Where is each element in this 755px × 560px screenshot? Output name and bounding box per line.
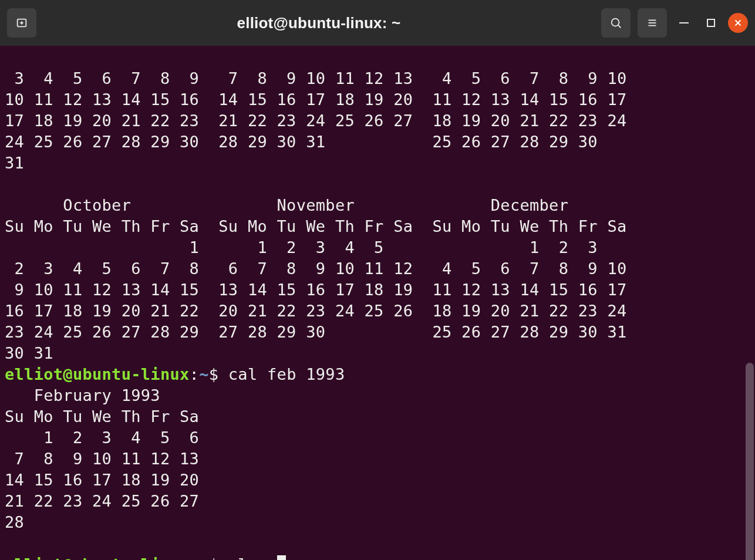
- cal-row: 10 11 12 13 14 15 16 14 15 16 17 18 19 2…: [5, 90, 627, 109]
- cal-day-header: Su Mo Tu We Th Fr Sa Su Mo Tu We Th Fr S…: [5, 217, 627, 235]
- scrollbar-thumb[interactable]: [746, 363, 754, 560]
- new-tab-button[interactable]: [7, 8, 36, 38]
- window-title: elliot@ubuntu-linux: ~: [41, 14, 596, 32]
- prompt-user-host: elliot@ubuntu-linux: [5, 555, 190, 560]
- cal-row: 21 22 23 24 25 26 27: [5, 492, 199, 510]
- title-bar: elliot@ubuntu-linux: ~: [0, 0, 755, 46]
- svg-line-4: [618, 25, 621, 28]
- prompt-colon: :: [190, 365, 200, 383]
- command-text: cal feb 1993: [228, 365, 345, 383]
- cal-row: 23 24 25 26 27 28 29 27 28 29 30 25 26 2…: [5, 323, 627, 341]
- cal-row: 1 2 3 4 5 6: [5, 429, 199, 447]
- cal-row: 28: [5, 513, 24, 531]
- close-icon: [733, 18, 743, 28]
- maximize-icon: [707, 19, 715, 27]
- cal-day-header: Su Mo Tu We Th Fr Sa: [5, 407, 199, 426]
- cal-month-header: October November December: [5, 196, 568, 214]
- maximize-button[interactable]: [701, 13, 721, 33]
- cal-month-title: February 1993: [5, 386, 160, 404]
- minimize-icon: [679, 22, 689, 23]
- prompt-dollar: $: [209, 365, 228, 383]
- cursor: [277, 555, 286, 560]
- cal-row: 7 8 9 10 11 12 13: [5, 450, 199, 468]
- prompt-user-host: elliot@ubuntu-linux: [5, 365, 190, 383]
- cal-row: 30 31: [5, 344, 53, 362]
- svg-point-3: [612, 19, 619, 26]
- search-button[interactable]: [601, 8, 631, 38]
- prompt-path: ~: [199, 555, 209, 560]
- close-button[interactable]: [728, 13, 748, 33]
- cal-row: 24 25 26 27 28 29 30 28 29 30 31 25 26 2…: [5, 133, 598, 151]
- cal-row: 16 17 18 19 20 21 22 20 21 22 23 24 25 2…: [5, 302, 627, 320]
- prompt-colon: :: [190, 555, 200, 560]
- cal-row: 2 3 4 5 6 7 8 6 7 8 9 10 11 12 4 5 6 7 8…: [5, 259, 627, 278]
- cal-row: 17 18 19 20 21 22 23 21 22 23 24 25 26 2…: [5, 112, 627, 130]
- minimize-button[interactable]: [674, 13, 694, 33]
- prompt-path: ~: [199, 365, 209, 383]
- cal-row: 1 1 2 3 4 5 1 2 3: [5, 238, 598, 257]
- cal-row: 31: [5, 154, 24, 172]
- prompt-dollar: $: [209, 555, 228, 560]
- terminal-output[interactable]: 3 4 5 6 7 8 9 7 8 9 10 11 12 13 4 5 6 7 …: [0, 46, 755, 560]
- window-controls: [601, 8, 748, 38]
- cal-row: 3 4 5 6 7 8 9 7 8 9 10 11 12 13 4 5 6 7 …: [5, 69, 627, 87]
- command-text: clear: [228, 555, 277, 560]
- hamburger-menu-button[interactable]: [638, 8, 667, 38]
- cal-row: 14 15 16 17 18 19 20: [5, 471, 199, 489]
- cal-row: 9 10 11 12 13 14 15 13 14 15 16 17 18 19…: [5, 281, 627, 299]
